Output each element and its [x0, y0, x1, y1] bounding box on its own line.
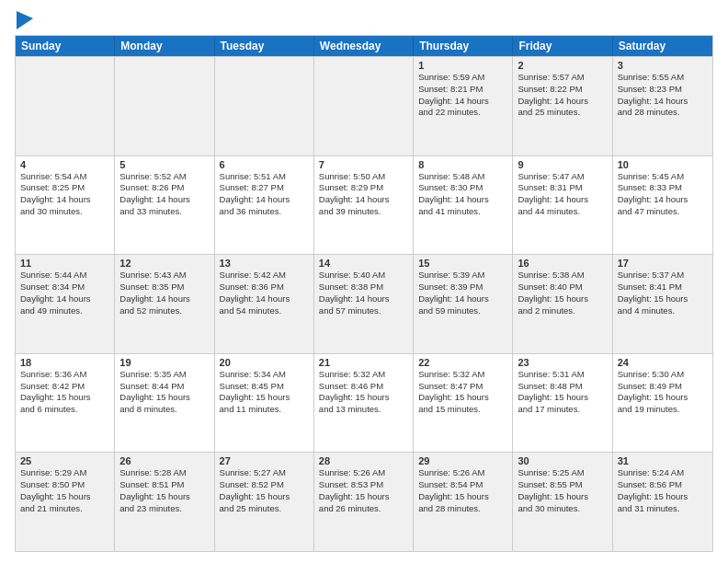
calendar-body: 1Sunrise: 5:59 AM Sunset: 8:21 PM Daylig… — [16, 56, 712, 551]
cal-cell: 27Sunrise: 5:27 AM Sunset: 8:52 PM Dayli… — [215, 453, 314, 551]
day-number: 8 — [418, 159, 507, 170]
cell-text: Sunrise: 5:32 AM Sunset: 8:46 PM Dayligh… — [319, 369, 408, 416]
calendar: SundayMondayTuesdayWednesdayThursdayFrid… — [15, 35, 713, 552]
day-number: 30 — [518, 455, 607, 466]
cell-text: Sunrise: 5:47 AM Sunset: 8:31 PM Dayligh… — [518, 171, 607, 218]
cal-cell — [16, 57, 115, 155]
cal-cell: 5Sunrise: 5:52 AM Sunset: 8:26 PM Daylig… — [115, 156, 214, 255]
cal-cell: 26Sunrise: 5:28 AM Sunset: 8:51 PM Dayli… — [115, 453, 214, 551]
cell-text: Sunrise: 5:51 AM Sunset: 8:27 PM Dayligh… — [220, 171, 309, 218]
day-number: 14 — [319, 258, 408, 269]
cal-cell: 22Sunrise: 5:32 AM Sunset: 8:47 PM Dayli… — [414, 354, 513, 453]
day-number: 29 — [418, 455, 507, 466]
cell-text: Sunrise: 5:28 AM Sunset: 8:51 PM Dayligh… — [119, 467, 209, 514]
cell-text: Sunrise: 5:37 AM Sunset: 8:41 PM Dayligh… — [618, 270, 708, 316]
cell-text: Sunrise: 5:40 AM Sunset: 8:38 PM Dayligh… — [319, 270, 408, 316]
day-number: 27 — [220, 455, 309, 466]
day-number: 28 — [319, 455, 408, 466]
day-number: 2 — [518, 60, 607, 71]
day-number: 26 — [119, 455, 209, 466]
cal-cell: 4Sunrise: 5:54 AM Sunset: 8:25 PM Daylig… — [16, 156, 115, 255]
cell-text: Sunrise: 5:36 AM Sunset: 8:42 PM Dayligh… — [20, 369, 109, 416]
day-number: 13 — [220, 258, 309, 269]
day-number: 24 — [618, 357, 708, 368]
day-number: 23 — [518, 357, 607, 368]
day-number: 31 — [618, 455, 708, 466]
day-number: 17 — [618, 258, 708, 269]
cell-text: Sunrise: 5:50 AM Sunset: 8:29 PM Dayligh… — [319, 171, 408, 218]
day-number: 18 — [20, 357, 109, 368]
day-number: 19 — [119, 357, 209, 368]
cell-text: Sunrise: 5:43 AM Sunset: 8:35 PM Dayligh… — [119, 270, 209, 316]
cell-text: Sunrise: 5:29 AM Sunset: 8:50 PM Dayligh… — [20, 467, 109, 514]
cal-cell: 1Sunrise: 5:59 AM Sunset: 8:21 PM Daylig… — [414, 57, 513, 155]
cal-cell: 28Sunrise: 5:26 AM Sunset: 8:53 PM Dayli… — [314, 453, 414, 551]
cal-cell: 14Sunrise: 5:40 AM Sunset: 8:38 PM Dayli… — [314, 255, 414, 353]
cal-row-1: 4Sunrise: 5:54 AM Sunset: 8:25 PM Daylig… — [16, 155, 712, 255]
cal-cell: 9Sunrise: 5:47 AM Sunset: 8:31 PM Daylig… — [513, 156, 612, 255]
cal-cell: 19Sunrise: 5:35 AM Sunset: 8:44 PM Dayli… — [115, 354, 214, 453]
cell-text: Sunrise: 5:26 AM Sunset: 8:53 PM Dayligh… — [319, 467, 408, 514]
cell-text: Sunrise: 5:24 AM Sunset: 8:56 PM Dayligh… — [618, 467, 708, 514]
logo — [15, 11, 33, 28]
header-day-saturday: Saturday — [613, 36, 712, 56]
cell-text: Sunrise: 5:48 AM Sunset: 8:30 PM Dayligh… — [418, 171, 507, 218]
cal-cell — [115, 57, 214, 155]
header-day-thursday: Thursday — [414, 36, 513, 56]
cell-text: Sunrise: 5:35 AM Sunset: 8:44 PM Dayligh… — [119, 369, 209, 416]
cal-cell: 30Sunrise: 5:25 AM Sunset: 8:55 PM Dayli… — [513, 453, 612, 551]
cal-cell: 29Sunrise: 5:26 AM Sunset: 8:54 PM Dayli… — [414, 453, 513, 551]
cal-cell: 12Sunrise: 5:43 AM Sunset: 8:35 PM Dayli… — [115, 255, 214, 353]
cell-text: Sunrise: 5:44 AM Sunset: 8:34 PM Dayligh… — [20, 270, 109, 316]
cell-text: Sunrise: 5:39 AM Sunset: 8:39 PM Dayligh… — [418, 270, 507, 316]
cell-text: Sunrise: 5:38 AM Sunset: 8:40 PM Dayligh… — [518, 270, 607, 316]
cell-text: Sunrise: 5:42 AM Sunset: 8:36 PM Dayligh… — [220, 270, 309, 316]
cal-cell: 7Sunrise: 5:50 AM Sunset: 8:29 PM Daylig… — [314, 156, 414, 255]
cal-cell: 17Sunrise: 5:37 AM Sunset: 8:41 PM Dayli… — [613, 255, 712, 353]
cal-cell: 20Sunrise: 5:34 AM Sunset: 8:45 PM Dayli… — [215, 354, 314, 453]
day-number: 11 — [20, 258, 109, 269]
cal-row-4: 25Sunrise: 5:29 AM Sunset: 8:50 PM Dayli… — [16, 452, 712, 551]
header-day-monday: Monday — [115, 36, 214, 56]
cal-cell: 3Sunrise: 5:55 AM Sunset: 8:23 PM Daylig… — [613, 57, 712, 155]
cal-cell: 18Sunrise: 5:36 AM Sunset: 8:42 PM Dayli… — [16, 354, 115, 453]
day-number: 9 — [518, 159, 607, 170]
cell-text: Sunrise: 5:26 AM Sunset: 8:54 PM Dayligh… — [418, 467, 507, 514]
cell-text: Sunrise: 5:52 AM Sunset: 8:26 PM Dayligh… — [119, 171, 209, 218]
day-number: 7 — [319, 159, 408, 170]
cal-cell: 21Sunrise: 5:32 AM Sunset: 8:46 PM Dayli… — [314, 354, 414, 453]
cal-row-2: 11Sunrise: 5:44 AM Sunset: 8:34 PM Dayli… — [16, 254, 712, 353]
cell-text: Sunrise: 5:30 AM Sunset: 8:49 PM Dayligh… — [618, 369, 708, 416]
cell-text: Sunrise: 5:54 AM Sunset: 8:25 PM Dayligh… — [20, 171, 109, 218]
day-number: 3 — [618, 60, 708, 71]
header-day-sunday: Sunday — [16, 36, 115, 56]
cell-text: Sunrise: 5:25 AM Sunset: 8:55 PM Dayligh… — [518, 467, 607, 514]
cal-cell — [314, 57, 414, 155]
cal-cell: 23Sunrise: 5:31 AM Sunset: 8:48 PM Dayli… — [513, 354, 612, 453]
cal-cell: 24Sunrise: 5:30 AM Sunset: 8:49 PM Dayli… — [613, 354, 712, 453]
header-day-tuesday: Tuesday — [215, 36, 314, 56]
day-number: 10 — [618, 159, 708, 170]
logo-icon — [17, 11, 33, 29]
day-number: 21 — [319, 357, 408, 368]
cal-cell: 16Sunrise: 5:38 AM Sunset: 8:40 PM Dayli… — [513, 255, 612, 353]
cell-text: Sunrise: 5:27 AM Sunset: 8:52 PM Dayligh… — [220, 467, 309, 514]
header-day-wednesday: Wednesday — [314, 36, 414, 56]
cal-cell: 13Sunrise: 5:42 AM Sunset: 8:36 PM Dayli… — [215, 255, 314, 353]
cal-cell: 11Sunrise: 5:44 AM Sunset: 8:34 PM Dayli… — [16, 255, 115, 353]
cal-cell: 15Sunrise: 5:39 AM Sunset: 8:39 PM Dayli… — [414, 255, 513, 353]
day-number: 15 — [418, 258, 507, 269]
header — [15, 11, 713, 28]
day-number: 4 — [20, 159, 109, 170]
day-number: 25 — [20, 455, 109, 466]
cell-text: Sunrise: 5:31 AM Sunset: 8:48 PM Dayligh… — [518, 369, 607, 416]
cell-text: Sunrise: 5:55 AM Sunset: 8:23 PM Dayligh… — [618, 72, 708, 119]
cal-cell: 8Sunrise: 5:48 AM Sunset: 8:30 PM Daylig… — [414, 156, 513, 255]
header-day-friday: Friday — [513, 36, 612, 56]
cell-text: Sunrise: 5:34 AM Sunset: 8:45 PM Dayligh… — [220, 369, 309, 416]
day-number: 6 — [220, 159, 309, 170]
cal-cell: 10Sunrise: 5:45 AM Sunset: 8:33 PM Dayli… — [613, 156, 712, 255]
cell-text: Sunrise: 5:59 AM Sunset: 8:21 PM Dayligh… — [418, 72, 507, 119]
svg-marker-0 — [17, 11, 33, 29]
cal-cell: 2Sunrise: 5:57 AM Sunset: 8:22 PM Daylig… — [513, 57, 612, 155]
